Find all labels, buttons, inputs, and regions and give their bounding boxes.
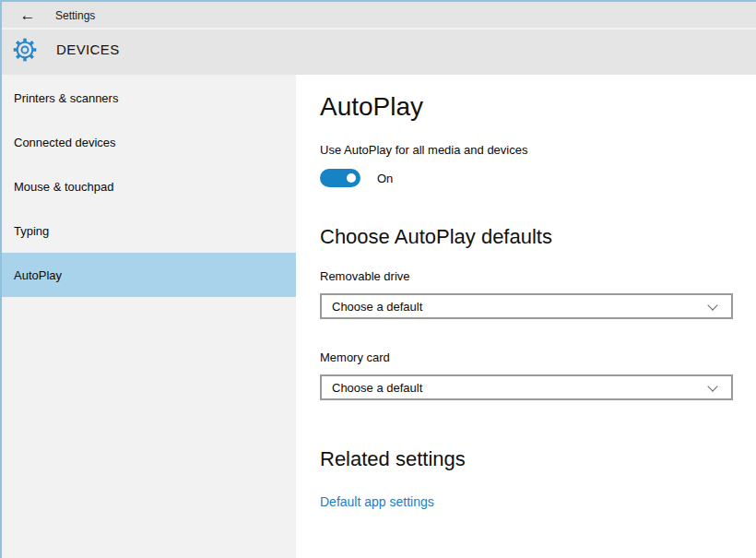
default-app-settings-link[interactable]: Default app settings: [320, 494, 434, 510]
autoplay-toggle-label: Use AutoPlay for all media and devices: [320, 143, 756, 158]
memory-card-dropdown-value: Choose a default: [332, 381, 422, 395]
page-heading: AutoPlay: [320, 91, 756, 123]
window-title: Settings: [55, 9, 95, 22]
removable-drive-dropdown-value: Choose a default: [332, 300, 422, 314]
content-pane: AutoPlay Use AutoPlay for all media and …: [296, 75, 756, 558]
memory-card-label: Memory card: [320, 350, 756, 364]
removable-drive-label: Removable drive: [320, 269, 756, 283]
gear-icon: [12, 37, 38, 63]
titlebar: ← Settings: [2, 2, 756, 30]
sidebar-item-mouse-touchpad[interactable]: Mouse & touchpad: [2, 164, 296, 208]
app-header: DEVICES: [2, 30, 756, 73]
sidebar-item-printers-scanners[interactable]: Printers & scanners: [2, 76, 296, 120]
header: ← Settings: [2, 2, 756, 75]
toggle-row: On: [320, 169, 756, 187]
chevron-down-icon: [707, 381, 717, 391]
toggle-knob-icon: [347, 173, 356, 183]
sidebar-item-connected-devices[interactable]: Connected devices: [2, 120, 296, 164]
sidebar-item-autoplay[interactable]: AutoPlay: [2, 253, 296, 297]
sidebar-item-typing[interactable]: Typing: [2, 208, 296, 253]
back-arrow-icon[interactable]: ←: [17, 4, 39, 28]
removable-drive-dropdown[interactable]: Choose a default: [320, 293, 733, 319]
memory-card-dropdown[interactable]: Choose a default: [320, 374, 733, 400]
chevron-down-icon: [707, 300, 717, 310]
related-settings-heading: Related settings: [320, 446, 756, 472]
autoplay-toggle[interactable]: [320, 169, 360, 187]
toggle-state-label: On: [377, 172, 393, 185]
settings-window: ← Settings: [0, 0, 756, 558]
defaults-heading: Choose AutoPlay defaults: [320, 224, 756, 250]
sidebar: Printers & scanners Connected devices Mo…: [2, 75, 296, 558]
page-title: DEVICES: [56, 42, 120, 57]
